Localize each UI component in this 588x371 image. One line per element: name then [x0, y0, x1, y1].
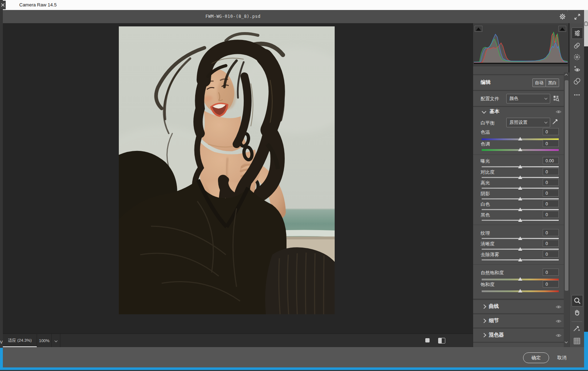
zoom-tool-button[interactable] — [572, 295, 583, 306]
eye-icon — [556, 110, 562, 114]
section-visibility-toggle[interactable] — [556, 319, 562, 325]
sampler-eyedropper-icon — [573, 324, 581, 332]
slider-value-input[interactable]: 0 — [543, 200, 559, 207]
camera-raw-dialog: Camera Raw 14.5 FWM-WG-010-(8_8).psd — [0, 0, 588, 371]
slider-track[interactable] — [482, 238, 559, 239]
slider-track[interactable] — [482, 290, 559, 292]
white-balance-select[interactable]: 原照设置 — [506, 118, 550, 127]
settings-panel: 编辑 自动 黑白 配置文件 颜色 基本 白平衡 — [473, 23, 568, 347]
slider-label: 色温 — [481, 129, 490, 136]
slider-value-input[interactable]: 0 — [543, 280, 559, 288]
slider-handle[interactable] — [518, 137, 522, 141]
scrollbar-thumb[interactable] — [565, 80, 568, 291]
slider-handle[interactable] — [518, 218, 522, 222]
profile-select[interactable]: 颜色 — [506, 94, 550, 103]
slider-handle[interactable] — [518, 148, 522, 151]
slider-track[interactable] — [482, 188, 559, 189]
slider-track[interactable] — [482, 166, 559, 167]
slider-handle[interactable] — [518, 237, 522, 240]
settings-gear-button[interactable] — [559, 13, 566, 21]
ok-button[interactable]: 确定 — [523, 352, 549, 363]
slider-track[interactable] — [482, 209, 559, 210]
auto-button[interactable]: 自动 — [532, 78, 546, 87]
slider-value-input[interactable]: 0 — [543, 269, 559, 276]
expand-chevron-icon[interactable] — [482, 304, 486, 309]
slider-track[interactable] — [482, 149, 559, 151]
more-dots-icon — [573, 91, 581, 99]
scroll-down-icon[interactable] — [565, 340, 568, 343]
slider-handle[interactable] — [518, 165, 522, 168]
bw-button[interactable]: 黑白 — [546, 78, 559, 87]
histogram-plot — [474, 27, 568, 64]
slider-value-input[interactable]: 0 — [543, 179, 559, 186]
grid-overlay-button[interactable] — [573, 337, 581, 345]
slider-value-input[interactable]: 0.00 — [543, 157, 559, 164]
profile-browser-icon — [553, 95, 559, 102]
gear-icon — [559, 13, 566, 20]
section-visibility-toggle[interactable] — [556, 333, 562, 339]
slider-label: 饱和度 — [481, 281, 495, 288]
section-row[interactable]: 混色器 — [473, 329, 568, 342]
slider-track[interactable] — [482, 259, 559, 260]
basic-title[interactable]: 基本 — [490, 108, 500, 115]
section-row[interactable]: 细节 — [473, 314, 568, 327]
magnifier-icon — [573, 297, 581, 305]
masking-tool-button[interactable] — [573, 53, 581, 61]
right-edge-strip-panel — [584, 10, 588, 46]
more-tools-button[interactable] — [573, 91, 581, 99]
slider-value-input[interactable]: 0 — [543, 140, 559, 147]
slider-handle[interactable] — [518, 277, 522, 281]
white-balance-label: 白平衡 — [481, 120, 495, 126]
presets-tool-button[interactable] — [573, 77, 581, 85]
group-divider — [473, 154, 568, 155]
slider-track[interactable] — [482, 249, 559, 250]
scroll-up-icon[interactable] — [565, 74, 568, 77]
slider-value-input[interactable]: 0 — [543, 189, 559, 197]
slider-value-input[interactable]: 0 — [543, 250, 559, 258]
section-row[interactable]: 曲线 — [473, 300, 568, 313]
profile-browser-button[interactable] — [553, 95, 559, 103]
image-preview-area[interactable] — [3, 23, 473, 334]
slider-handle[interactable] — [518, 197, 522, 200]
clipboard-icon — [584, 21, 588, 26]
white-balance-eyedropper-button[interactable] — [552, 118, 559, 126]
collapse-chevron-icon[interactable] — [482, 109, 486, 114]
slider-value-input[interactable]: 0 — [543, 229, 559, 236]
slider-handle[interactable] — [518, 176, 522, 179]
hand-tool-button[interactable] — [573, 309, 581, 316]
histogram[interactable] — [473, 25, 568, 65]
expand-chevron-icon[interactable] — [482, 333, 486, 337]
slider-handle[interactable] — [518, 247, 522, 251]
fit-zoom-button[interactable]: 适应 (24.3%) — [3, 334, 37, 347]
panel-scrollbar[interactable] — [564, 72, 569, 347]
slider-value-input[interactable]: 0 — [543, 240, 559, 247]
color-sampler-tool-button[interactable] — [573, 324, 581, 332]
expand-chevron-icon[interactable] — [482, 319, 486, 323]
section-row[interactable]: 颜色分级 — [473, 343, 568, 347]
slider-track[interactable] — [482, 198, 559, 199]
edit-tool-button[interactable] — [572, 27, 583, 39]
healing-bandaid-icon — [573, 42, 581, 50]
slider-handle[interactable] — [518, 186, 522, 190]
fullscreen-toggle-button[interactable] — [574, 13, 581, 22]
slider-handle[interactable] — [518, 208, 522, 211]
cancel-button[interactable]: 取消 — [557, 355, 567, 361]
slider-handle[interactable] — [518, 258, 522, 261]
zoom-level-button[interactable]: 100% — [37, 334, 52, 347]
background-window-icon — [0, 1, 6, 9]
basic-visibility-toggle[interactable] — [556, 109, 562, 116]
open-filename: FWM-WG-010-(8_8).psd — [119, 14, 347, 19]
slider-track[interactable] — [482, 220, 559, 221]
before-after-view-icon[interactable] — [438, 338, 445, 344]
dialog-footer: 确定 取消 — [3, 347, 584, 367]
slider-value-input[interactable]: 0 — [543, 211, 559, 218]
zoom-level-dropdown[interactable] — [52, 334, 60, 347]
preview-toggle-icon[interactable] — [425, 338, 430, 342]
slider-value-input[interactable]: 0 — [543, 128, 559, 135]
section-visibility-toggle[interactable] — [556, 304, 562, 311]
slider-value-input[interactable]: 0 — [543, 168, 559, 175]
slider-handle[interactable] — [518, 289, 522, 293]
healing-tool-button[interactable] — [573, 42, 581, 50]
red-eye-tool-button[interactable] — [573, 65, 581, 73]
slider-track[interactable] — [482, 177, 559, 178]
